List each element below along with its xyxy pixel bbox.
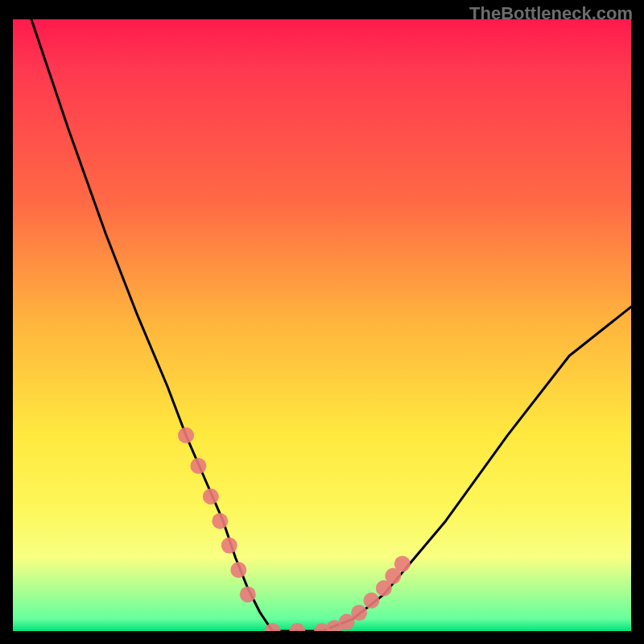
- marker-point: [178, 427, 194, 444]
- marker-point: [221, 538, 237, 554]
- plot-area: [13, 19, 631, 631]
- marker-point: [212, 513, 228, 529]
- marker-point: [351, 605, 367, 621]
- marker-point: [190, 458, 206, 474]
- marker-point: [394, 555, 411, 572]
- curve-line: [31, 19, 631, 631]
- chart-frame: { "watermark": "TheBottleneck.com", "cha…: [0, 0, 644, 644]
- marker-point: [230, 562, 246, 578]
- marker-point: [203, 489, 219, 505]
- marker-point: [289, 623, 305, 631]
- marker-point: [363, 592, 379, 609]
- chart-svg: [13, 19, 631, 631]
- marker-group: [178, 427, 411, 631]
- marker-point: [240, 586, 256, 602]
